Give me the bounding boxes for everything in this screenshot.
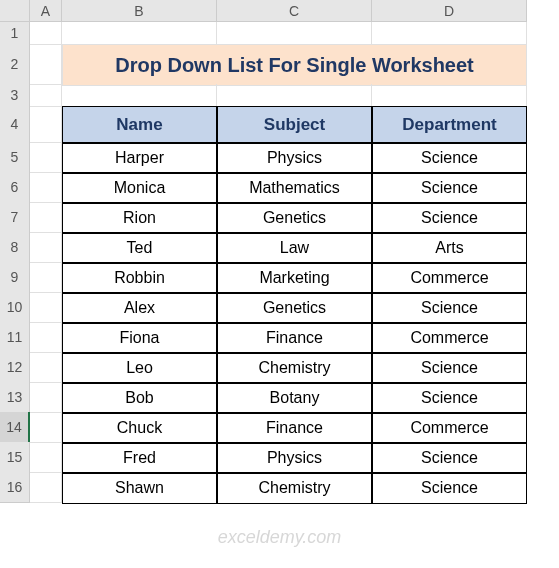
cell-empty[interactable] xyxy=(217,84,372,107)
cell-empty[interactable] xyxy=(30,412,62,443)
cell-empty[interactable] xyxy=(30,352,62,383)
row-header-10[interactable]: 10 xyxy=(0,292,30,323)
cell-empty[interactable] xyxy=(30,202,62,233)
cell-empty[interactable] xyxy=(30,472,62,503)
table-cell-subject[interactable]: Genetics xyxy=(217,292,372,324)
table-cell-name[interactable]: Harper xyxy=(62,142,217,174)
title-cell: Drop Down List For Single Worksheet xyxy=(62,44,527,86)
table-cell-name[interactable]: Ted xyxy=(62,232,217,264)
table-cell-name[interactable]: Shawn xyxy=(62,472,217,504)
table-cell-name[interactable]: Fiona xyxy=(62,322,217,354)
table-cell-name[interactable]: Fred xyxy=(62,442,217,474)
cell-empty[interactable] xyxy=(217,22,372,45)
table-cell-department[interactable]: Science xyxy=(372,142,527,174)
table-cell-department[interactable]: Science xyxy=(372,472,527,504)
table-cell-department[interactable]: Science xyxy=(372,352,527,384)
cell-empty[interactable] xyxy=(30,172,62,203)
table-cell-name[interactable]: Alex xyxy=(62,292,217,324)
table-cell-subject[interactable]: Finance xyxy=(217,322,372,354)
row-header-3[interactable]: 3 xyxy=(0,84,30,107)
col-header-B[interactable]: B xyxy=(62,0,217,22)
row-header-5[interactable]: 5 xyxy=(0,142,30,173)
cell-empty[interactable] xyxy=(62,84,217,107)
row-header-8[interactable]: 8 xyxy=(0,232,30,263)
row-header-11[interactable]: 11 xyxy=(0,322,30,353)
table-cell-department[interactable]: Science xyxy=(372,172,527,204)
table-cell-department[interactable]: Commerce xyxy=(372,322,527,354)
row-header-14[interactable]: 14 xyxy=(0,412,30,443)
col-header-C[interactable]: C xyxy=(217,0,372,22)
row-header-16[interactable]: 16 xyxy=(0,472,30,503)
cell-empty[interactable] xyxy=(372,22,527,45)
cell-empty[interactable] xyxy=(62,22,217,45)
table-cell-subject[interactable]: Chemistry xyxy=(217,472,372,504)
table-cell-department[interactable]: Commerce xyxy=(372,262,527,294)
cell-empty[interactable] xyxy=(30,106,62,143)
row-header-4[interactable]: 4 xyxy=(0,106,30,143)
table-cell-department[interactable]: Arts xyxy=(372,232,527,264)
cell-empty[interactable] xyxy=(30,262,62,293)
table-cell-name[interactable]: Rion xyxy=(62,202,217,234)
table-cell-subject[interactable]: Law xyxy=(217,232,372,264)
col-header-D[interactable]: D xyxy=(372,0,527,22)
table-cell-department[interactable]: Commerce xyxy=(372,412,527,444)
table-cell-subject[interactable]: Finance xyxy=(217,412,372,444)
row-header-7[interactable]: 7 xyxy=(0,202,30,233)
cell-empty[interactable] xyxy=(30,382,62,413)
cell-empty[interactable] xyxy=(30,322,62,353)
table-cell-department[interactable]: Science xyxy=(372,292,527,324)
table-cell-subject[interactable]: Physics xyxy=(217,142,372,174)
row-header-12[interactable]: 12 xyxy=(0,352,30,383)
table-cell-subject[interactable]: Marketing xyxy=(217,262,372,294)
cell-empty[interactable] xyxy=(30,22,62,45)
watermark: exceldemy.com xyxy=(218,527,342,548)
table-cell-name[interactable]: Chuck xyxy=(62,412,217,444)
table-cell-subject[interactable]: Botany xyxy=(217,382,372,414)
row-header-15[interactable]: 15 xyxy=(0,442,30,473)
cell-empty[interactable] xyxy=(30,44,62,85)
table-header-subject[interactable]: Subject xyxy=(217,106,372,144)
table-header-name[interactable]: Name xyxy=(62,106,217,144)
cell-empty[interactable] xyxy=(30,232,62,263)
row-header-2[interactable]: 2 xyxy=(0,44,30,85)
row-header-6[interactable]: 6 xyxy=(0,172,30,203)
select-all-corner[interactable] xyxy=(0,0,30,22)
cell-empty[interactable] xyxy=(30,442,62,473)
row-header-9[interactable]: 9 xyxy=(0,262,30,293)
col-header-A[interactable]: A xyxy=(30,0,62,22)
table-cell-department[interactable]: Science xyxy=(372,202,527,234)
cell-empty[interactable] xyxy=(30,292,62,323)
table-cell-subject[interactable]: Mathematics xyxy=(217,172,372,204)
table-header-department[interactable]: Department xyxy=(372,106,527,144)
table-cell-department[interactable]: Science xyxy=(372,382,527,414)
cell-empty[interactable] xyxy=(30,142,62,173)
table-cell-name[interactable]: Bob xyxy=(62,382,217,414)
table-cell-name[interactable]: Monica xyxy=(62,172,217,204)
row-header-1[interactable]: 1 xyxy=(0,22,30,45)
cell-empty[interactable] xyxy=(372,84,527,107)
table-cell-name[interactable]: Robbin xyxy=(62,262,217,294)
table-cell-name[interactable]: Leo xyxy=(62,352,217,384)
row-header-13[interactable]: 13 xyxy=(0,382,30,413)
table-cell-department[interactable]: Science xyxy=(372,442,527,474)
table-cell-subject[interactable]: Genetics xyxy=(217,202,372,234)
table-cell-subject[interactable]: Physics xyxy=(217,442,372,474)
cell-empty[interactable] xyxy=(30,84,62,107)
table-cell-subject[interactable]: Chemistry xyxy=(217,352,372,384)
